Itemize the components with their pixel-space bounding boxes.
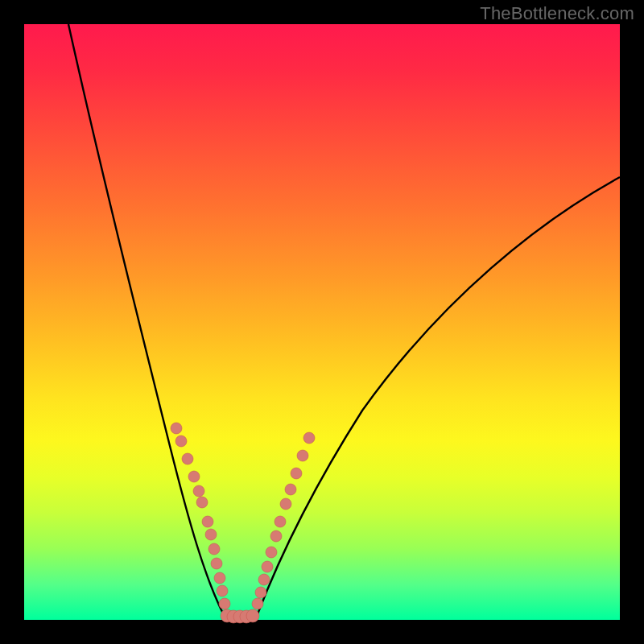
svg-point-41 — [297, 450, 308, 461]
svg-point-33 — [258, 574, 270, 585]
svg-point-16 — [188, 471, 200, 482]
svg-point-24 — [217, 585, 228, 597]
svg-point-39 — [285, 484, 296, 495]
svg-point-30 — [246, 609, 259, 622]
chart-frame: TheBottleneck.com — [0, 0, 644, 644]
svg-point-15 — [182, 453, 193, 464]
svg-point-19 — [202, 516, 213, 527]
svg-point-23 — [214, 572, 225, 584]
svg-point-34 — [262, 561, 273, 572]
svg-point-38 — [280, 498, 291, 510]
beads-bottom — [221, 609, 259, 623]
plot-area — [24, 24, 620, 620]
right-curve — [256, 177, 620, 618]
svg-point-22 — [211, 558, 222, 569]
beads-left-real — [171, 423, 230, 609]
svg-point-35 — [266, 547, 277, 558]
left-curve — [68, 24, 225, 618]
svg-point-18 — [196, 497, 208, 508]
svg-point-40 — [291, 468, 302, 479]
watermark-text: TheBottleneck.com — [480, 3, 634, 24]
svg-point-17 — [193, 485, 204, 497]
beads-right — [252, 432, 315, 609]
svg-point-32 — [255, 587, 266, 598]
svg-point-36 — [270, 530, 282, 542]
svg-point-31 — [252, 598, 263, 609]
svg-point-14 — [175, 436, 187, 447]
svg-point-13 — [171, 423, 182, 434]
svg-point-37 — [275, 516, 286, 527]
svg-point-25 — [219, 598, 230, 609]
curve-layer — [24, 24, 620, 620]
svg-point-42 — [303, 432, 315, 444]
svg-point-21 — [208, 543, 220, 555]
svg-point-20 — [205, 529, 217, 540]
